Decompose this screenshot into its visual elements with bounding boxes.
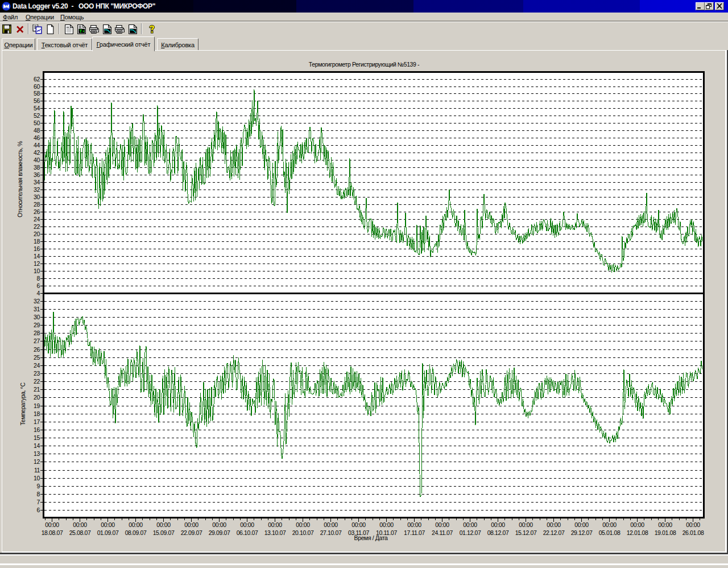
svg-text:18: 18	[34, 410, 40, 417]
svg-text:00:00: 00:00	[212, 521, 226, 528]
svg-text:29: 29	[34, 322, 40, 328]
svg-text:12.01.08: 12.01.08	[627, 529, 648, 536]
svg-text:28: 28	[34, 201, 40, 208]
svg-text:6: 6	[37, 507, 40, 513]
svg-text:25.08.07: 25.08.07	[69, 529, 91, 536]
svg-text:00:00: 00:00	[73, 521, 87, 528]
svg-text:26: 26	[34, 208, 40, 215]
svg-text:26: 26	[34, 346, 40, 353]
svg-text:9: 9	[37, 483, 40, 489]
svg-text:00:00: 00:00	[463, 521, 477, 528]
svg-text:25: 25	[34, 354, 40, 361]
svg-text:00:00: 00:00	[268, 521, 282, 528]
svg-text:22.12.07: 22.12.07	[543, 529, 565, 536]
svg-text:60: 60	[34, 83, 40, 90]
svg-text:6: 6	[37, 282, 40, 289]
svg-text:18: 18	[34, 238, 40, 245]
svg-text:05.01.08: 05.01.08	[599, 529, 621, 536]
svg-text:7: 7	[37, 499, 40, 505]
svg-text:Время / Дата: Время / Дата	[354, 534, 388, 541]
svg-text:31: 31	[34, 306, 40, 312]
svg-text:40: 40	[34, 157, 40, 163]
svg-text:26.01.08: 26.01.08	[682, 529, 704, 536]
svg-text:08.09.07: 08.09.07	[125, 529, 147, 536]
svg-text:00:00: 00:00	[407, 521, 421, 528]
svg-text:23: 23	[34, 370, 40, 377]
svg-text:22: 22	[34, 223, 40, 230]
svg-text:Термогигрометр Регистрирующий: Термогигрометр Регистрирующий №5139 -	[309, 61, 420, 68]
svg-text:38: 38	[34, 164, 40, 171]
svg-text:34: 34	[34, 179, 40, 186]
svg-text:00:00: 00:00	[240, 521, 254, 528]
svg-text:00:00: 00:00	[129, 521, 143, 528]
svg-text:32: 32	[34, 298, 40, 304]
svg-text:27: 27	[34, 337, 40, 344]
svg-text:30: 30	[34, 314, 40, 320]
svg-text:17.11.07: 17.11.07	[404, 529, 425, 536]
svg-text:00:00: 00:00	[45, 521, 59, 528]
svg-text:22: 22	[34, 378, 40, 385]
svg-text:52: 52	[34, 112, 40, 119]
svg-text:00:00: 00:00	[658, 521, 672, 528]
svg-text:00:00: 00:00	[686, 521, 700, 528]
svg-text:00:00: 00:00	[630, 521, 644, 528]
svg-text:00:00: 00:00	[296, 521, 310, 528]
svg-text:4: 4	[37, 290, 40, 297]
svg-text:16: 16	[34, 426, 40, 433]
svg-text:54: 54	[34, 105, 40, 112]
svg-text:28: 28	[34, 330, 40, 336]
svg-text:29.12.07: 29.12.07	[571, 529, 593, 536]
svg-text:29.09.07: 29.09.07	[209, 529, 230, 536]
svg-text:42: 42	[34, 149, 40, 156]
svg-text:13: 13	[34, 450, 40, 457]
svg-text:56: 56	[34, 97, 40, 104]
svg-text:10: 10	[34, 267, 40, 274]
svg-text:14: 14	[34, 253, 40, 260]
svg-text:00:00: 00:00	[435, 521, 449, 528]
svg-text:24: 24	[34, 216, 40, 223]
svg-text:32: 32	[34, 186, 40, 193]
svg-text:00:00: 00:00	[324, 521, 338, 528]
svg-text:Относительная влажность, %: Относительная влажность, %	[16, 141, 23, 217]
svg-text:14: 14	[34, 442, 40, 449]
svg-text:08.12.07: 08.12.07	[487, 529, 509, 536]
svg-text:00:00: 00:00	[547, 521, 561, 528]
svg-text:24.11.07: 24.11.07	[432, 529, 453, 536]
svg-text:58: 58	[34, 90, 40, 97]
svg-text:00:00: 00:00	[351, 521, 366, 528]
svg-text:48: 48	[34, 127, 40, 134]
svg-text:00:00: 00:00	[101, 521, 115, 528]
svg-text:15.09.07: 15.09.07	[153, 529, 175, 536]
svg-text:8: 8	[37, 491, 40, 497]
svg-text:27.10.07: 27.10.07	[320, 529, 342, 536]
svg-text:01.09.07: 01.09.07	[97, 529, 119, 536]
svg-text:13.10.07: 13.10.07	[264, 529, 286, 536]
svg-text:00:00: 00:00	[184, 521, 198, 528]
svg-text:15: 15	[34, 434, 40, 441]
svg-text:12: 12	[34, 458, 40, 465]
svg-text:20: 20	[34, 231, 40, 237]
svg-text:36: 36	[34, 171, 40, 178]
svg-text:50: 50	[34, 120, 40, 126]
svg-text:11: 11	[34, 467, 40, 474]
svg-text:21: 21	[34, 386, 40, 393]
svg-text:20: 20	[34, 394, 40, 401]
svg-text:06.10.07: 06.10.07	[237, 529, 258, 536]
svg-text:00:00: 00:00	[519, 521, 533, 528]
svg-text:10: 10	[34, 475, 40, 481]
svg-text:Температура, °С: Температура, °С	[19, 382, 26, 426]
svg-text:00:00: 00:00	[602, 521, 617, 528]
svg-text:20.10.07: 20.10.07	[292, 529, 314, 536]
svg-text:19: 19	[34, 402, 40, 409]
svg-text:00:00: 00:00	[379, 521, 394, 528]
svg-text:00:00: 00:00	[574, 521, 589, 528]
svg-text:16: 16	[34, 245, 40, 252]
svg-text:46: 46	[34, 134, 40, 141]
svg-text:15.12.07: 15.12.07	[515, 529, 537, 536]
svg-text:00:00: 00:00	[156, 521, 171, 528]
svg-text:18.08.07: 18.08.07	[42, 529, 63, 536]
svg-text:01.12.07: 01.12.07	[460, 529, 481, 536]
svg-text:30: 30	[34, 194, 40, 200]
svg-text:62: 62	[34, 76, 40, 83]
svg-text:24: 24	[34, 362, 40, 369]
